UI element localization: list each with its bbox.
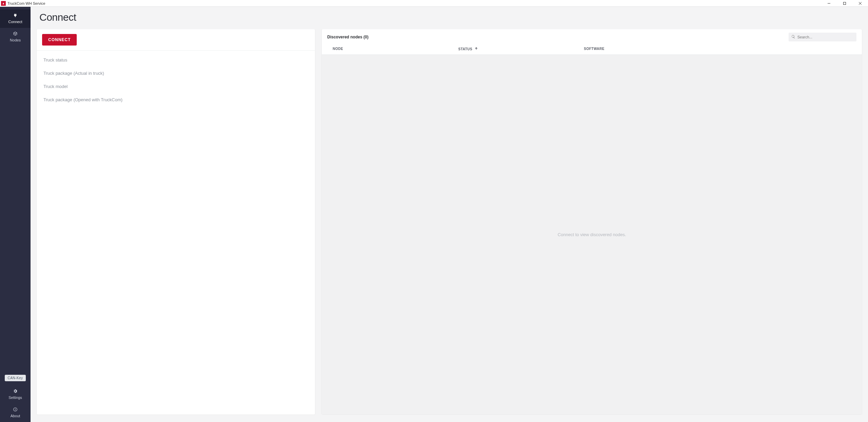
- empty-message: Connect to view discovered nodes.: [558, 232, 626, 237]
- search-box[interactable]: [789, 33, 856, 41]
- sidebar-item-label: Settings: [8, 395, 22, 400]
- search-input[interactable]: [797, 35, 854, 39]
- connect-bar: CONNECT: [37, 29, 315, 51]
- sort-ascending-icon: [475, 47, 478, 51]
- column-software[interactable]: SOFTWARE: [584, 47, 856, 51]
- svg-point-6: [15, 408, 16, 409]
- sidebar-item-settings[interactable]: Settings: [0, 385, 31, 404]
- info-icon: [13, 407, 18, 412]
- sidebar-item-label: Connect: [8, 20, 22, 24]
- info-list: Truck status Truck package (Actual in tr…: [37, 51, 315, 109]
- column-status-label: STATUS: [458, 47, 473, 51]
- column-status[interactable]: STATUS: [458, 47, 584, 51]
- sidebar-item-label: Nodes: [10, 38, 21, 42]
- sidebar-item-nodes[interactable]: Nodes: [0, 28, 31, 46]
- page-title: Connect: [39, 12, 859, 23]
- column-node[interactable]: NODE: [333, 47, 458, 51]
- sidebar: Connect Nodes CAN-Key Settings About: [0, 7, 31, 422]
- sidebar-item-connect[interactable]: Connect: [0, 10, 31, 28]
- can-key-badge[interactable]: CAN-Key: [5, 375, 25, 381]
- window-title: TruckCom WH Service: [7, 1, 45, 5]
- discovered-header: Discovered nodes (0): [322, 29, 862, 44]
- search-icon: [791, 34, 797, 40]
- sidebar-item-about[interactable]: About: [0, 404, 31, 422]
- svg-rect-1: [844, 2, 846, 5]
- plug-icon: [13, 13, 18, 18]
- maximize-button[interactable]: [837, 0, 852, 7]
- empty-state: Connect to view discovered nodes.: [322, 55, 862, 415]
- minimize-button[interactable]: [821, 0, 837, 7]
- table-header: NODE STATUS SOFTWARE: [322, 44, 862, 55]
- info-item-truck-status: Truck status: [37, 53, 315, 67]
- app-icon: [1, 1, 6, 6]
- sidebar-item-label: About: [11, 414, 20, 418]
- connect-button[interactable]: CONNECT: [42, 34, 77, 46]
- page-header: Connect: [31, 7, 868, 29]
- info-item-truck-package-actual: Truck package (Actual in truck): [37, 67, 315, 80]
- info-item-truck-model: Truck model: [37, 80, 315, 93]
- gear-icon: [13, 389, 18, 394]
- discovered-panel: Discovered nodes (0) NODE STATUS: [322, 29, 862, 415]
- info-item-truck-package-opened: Truck package (Opened with TruckCom): [37, 93, 315, 106]
- window-controls: [821, 0, 868, 7]
- discovered-title: Discovered nodes (0): [327, 35, 368, 39]
- cube-icon: [13, 31, 18, 37]
- main-area: Connect CONNECT Truck status Truck packa…: [31, 7, 868, 422]
- close-button[interactable]: [852, 0, 868, 7]
- title-bar: TruckCom WH Service: [0, 0, 868, 7]
- connect-panel: CONNECT Truck status Truck package (Actu…: [37, 29, 315, 415]
